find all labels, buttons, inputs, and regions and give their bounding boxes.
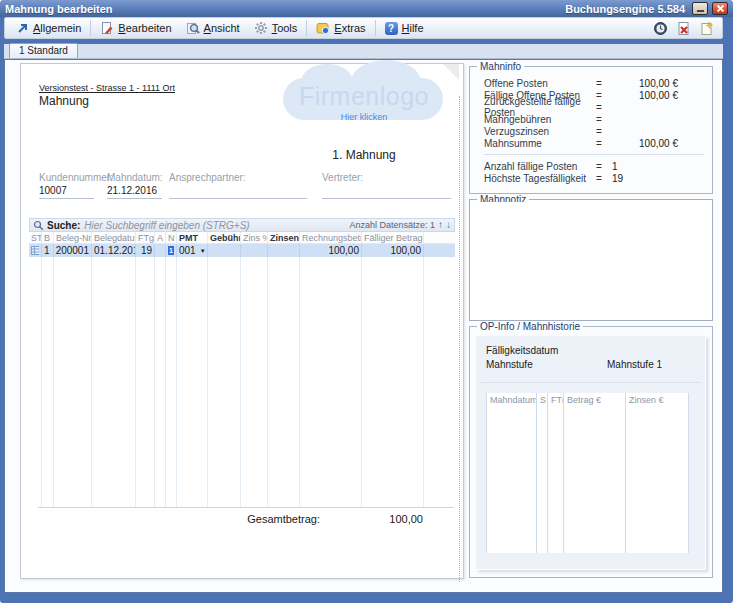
faelligkeitsdatum-label: Fälligkeitsdatum <box>486 345 558 356</box>
col-header-belegdatum[interactable]: Belegdatum <box>92 232 136 243</box>
cell-faelliger-betrag[interactable]: 100,00 <box>362 244 424 257</box>
history-col-s[interactable]: S <box>537 393 548 553</box>
window-title: Mahnung bearbeiten <box>5 3 113 15</box>
mahninfo-row-zurueckgestellte-posten: Zurückgestellte fällige Posten = <box>484 101 706 113</box>
row-detail-cell[interactable] <box>29 244 42 257</box>
col-header-pmt[interactable]: PMT <box>177 232 208 243</box>
cell-zinsen[interactable] <box>268 244 300 257</box>
col-header-ftg[interactable]: FTg <box>136 232 155 243</box>
toolbar-item-allgemein[interactable]: Allgemein <box>9 19 88 37</box>
search-bar: Suche: Hier Suchbegriff eingeben (STRG+S… <box>29 218 455 232</box>
search-label: Suche: <box>47 220 80 231</box>
history-col-zinsen[interactable]: Zinsen € <box>626 393 689 553</box>
kundennummer-field[interactable]: Kundennummer: 10007 <box>39 172 94 199</box>
gear-icon <box>254 21 268 35</box>
sort-up-icon[interactable]: ↑ <box>438 220 443 230</box>
col-header-gebuehr[interactable]: Gebühr € <box>208 232 241 243</box>
sender-line[interactable]: Versionstest - Strasse 1 - 1111 Ort <box>39 83 175 93</box>
total-value: 100,00 <box>363 513 423 525</box>
history-col-mahndatum[interactable]: Mahndatum <box>486 393 537 553</box>
close-button[interactable] <box>712 2 728 15</box>
mahninfo-stat-anzahl-posten: Anzahl fällige Posten = 1 <box>484 160 706 172</box>
toolbar-item-bearbeiten[interactable]: Bearbeiten <box>93 19 178 37</box>
col-header-rechnungsbetrag[interactable]: Rechnungsbetrag € <box>300 232 362 243</box>
n-flag-icon: 1 <box>168 246 174 255</box>
mahnnotiz-input[interactable] <box>472 202 710 318</box>
col-header-b[interactable]: B <box>42 232 54 243</box>
new-document-icon[interactable] <box>699 21 714 36</box>
cell-pmt-dropdown[interactable]: 001 ▼ <box>177 244 208 257</box>
app-version: Buchungsengine 5.584 <box>565 3 685 15</box>
cell-a[interactable] <box>155 244 166 257</box>
mahnstufe-label: Mahnstufe <box>486 359 533 370</box>
cell-rechnungsbetrag[interactable]: 100,00 <box>300 244 362 257</box>
cell-ftg[interactable]: 19 <box>136 244 155 257</box>
mahninfo-panel: Mahninfo Offene Posten = 100,00 € Fällig… <box>469 66 713 194</box>
total-label: Gesamtbetrag: <box>247 513 320 525</box>
tab-strip: 1 Standard <box>4 44 723 59</box>
mahnhistorie-table: Mahndatum S FTg Betrag € Zinsen € <box>486 393 689 553</box>
toolbar-item-tools[interactable]: Tools <box>247 19 305 37</box>
logo-click-hint[interactable]: Hier klicken <box>273 112 455 122</box>
grid-icon <box>31 246 39 255</box>
cell-beleg-nr[interactable]: 200001 <box>54 244 92 257</box>
toolbar-item-hilfe[interactable]: ? Hilfe <box>378 19 431 37</box>
mahnstufe-value: Mahnstufe 1 <box>607 359 662 370</box>
minimize-button[interactable] <box>692 2 708 15</box>
extras-icon <box>316 21 330 35</box>
history-col-betrag[interactable]: Betrag € <box>564 393 626 553</box>
record-count: Anzahl Datensätze: 1 <box>349 220 435 230</box>
op-info-panel: OP-Info / Mahnhistorie Fälligkeitsdatum … <box>469 326 713 578</box>
toolbar-item-ansicht[interactable]: Ansicht <box>179 19 247 37</box>
grid-header-row: ST B Beleg-Nr. Belegdatum FTg A N PMT Ge… <box>29 232 455 244</box>
search-icon <box>33 220 44 231</box>
logo-placeholder[interactable]: Firmenlogo Hier klicken <box>273 70 455 134</box>
table-row[interactable]: 1 200001 01.12.2016 19 1 001 ▼ 100,0 <box>29 244 455 257</box>
arrow-up-right-icon <box>16 22 29 35</box>
cell-b[interactable]: 1 <box>42 244 54 257</box>
dropdown-arrow-icon: ▼ <box>200 248 206 254</box>
cell-n[interactable]: 1 <box>166 244 177 257</box>
total-row: Gesamtbetrag: 100,00 <box>21 513 455 525</box>
col-header-faelliger-betrag[interactable]: Fälliger Betrag € <box>362 232 424 243</box>
main-toolbar: Allgemein Bearbeiten Ansicht Tools Extra… <box>4 17 723 39</box>
search-input[interactable]: Hier Suchbegriff eingeben (STRG+S) <box>84 220 249 231</box>
col-header-a[interactable]: A <box>155 232 166 243</box>
mahninfo-row-verzugszinsen: Verzugszinsen = <box>484 125 706 137</box>
col-header-zinsen[interactable]: Zinsen € <box>268 232 300 243</box>
close-icon <box>716 4 725 13</box>
mahninfo-stat-tagesfaelligkeit: Höchste Tagesfälligkeit = 19 <box>484 172 706 184</box>
mahninfo-legend: Mahninfo <box>477 61 524 72</box>
mahnnotiz-panel: Mahnnotiz <box>469 199 713 321</box>
mahnung-document: Versionstest - Strasse 1 - 1111 Ort Mahn… <box>20 63 464 579</box>
ansprechpartner-field[interactable]: Ansprechpartner: <box>169 172 307 199</box>
mahninfo-row-offene-posten: Offene Posten = 100,00 € <box>484 77 706 89</box>
mahndatum-field[interactable]: Mahndatum: 21.12.2016 <box>107 172 162 199</box>
page-margin-line <box>459 96 460 582</box>
header-fields: Kundennummer: 10007 Mahndatum: 21.12.201… <box>39 172 451 199</box>
mahninfo-row-mahngebuehren: Mahngebühren = <box>484 113 706 125</box>
cell-zins-prozent[interactable] <box>241 244 268 257</box>
col-header-n[interactable]: N <box>166 232 177 243</box>
history-col-ftg[interactable]: FTg <box>548 393 564 553</box>
delete-document-icon[interactable] <box>676 21 691 36</box>
op-info-card: Fälligkeitsdatum Mahnstufe Mahnstufe 1 M… <box>476 336 706 570</box>
logo-placeholder-text: Firmenlogo <box>273 82 455 111</box>
grid-empty-area[interactable] <box>29 257 455 508</box>
cell-belegdatum[interactable]: 01.12.2016 <box>92 244 136 257</box>
mahninfo-row-mahnsumme: Mahnsumme = 100,00 € <box>484 137 706 149</box>
cell-gebuehr[interactable] <box>208 244 241 257</box>
col-header-zins-prozent[interactable]: Zins % <box>241 232 268 243</box>
toolbar-item-extras[interactable]: Extras <box>309 19 372 37</box>
clock-icon[interactable] <box>653 21 668 36</box>
edit-document-icon <box>100 21 114 35</box>
document-type[interactable]: Mahnung <box>39 94 89 108</box>
sort-down-icon[interactable]: ↓ <box>446 220 451 230</box>
tab-standard[interactable]: 1 Standard <box>9 43 78 58</box>
col-header-st[interactable]: ST <box>29 232 42 243</box>
op-info-legend: OP-Info / Mahnhistorie <box>477 321 583 332</box>
app-window: Mahnung bearbeiten Buchungsengine 5.584 … <box>0 0 733 603</box>
col-header-beleg-nr[interactable]: Beleg-Nr. <box>54 232 92 243</box>
vertreter-field[interactable]: Vertreter: <box>322 172 451 199</box>
magnifier-icon <box>186 21 200 35</box>
